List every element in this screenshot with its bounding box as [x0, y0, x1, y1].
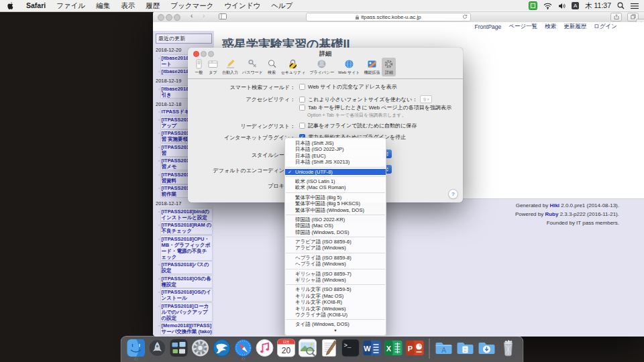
- encoding-menu-item[interactable]: 繁体字中国語 (Big 5 HKSCS): [285, 200, 386, 206]
- pref-tab-Web サイト[interactable]: Web サイト: [336, 58, 362, 76]
- smart-search-checkbox-row[interactable]: Web サイトの完全なアドレスを表示: [299, 83, 396, 90]
- itunes-icon[interactable]: [256, 339, 274, 357]
- encoding-menu-item[interactable]: アラビア語 (Windows): [285, 245, 386, 251]
- encoding-menu-item[interactable]: 日本語 (EUC): [285, 153, 386, 159]
- sidebar-link[interactable]: [ITPASS2018]OSの各種設定: [161, 276, 212, 288]
- checkbox[interactable]: [299, 105, 305, 111]
- sidebar-link[interactable]: [Memo2018][ITPASS]サーバ交換作業 (tako): [161, 322, 212, 335]
- reload-icon[interactable]: [462, 14, 468, 19]
- menu-item-7[interactable]: ヘルプ: [266, 1, 298, 11]
- menu-item-4[interactable]: 履歴: [140, 1, 165, 11]
- wifi-icon[interactable]: [543, 3, 552, 9]
- encoding-menu-item[interactable]: アラビア語 (ISO 8859-6): [285, 239, 386, 245]
- checkbox[interactable]: [299, 123, 305, 129]
- encoding-menu-item[interactable]: ギリシャ語 (ISO 8859-7): [285, 271, 386, 277]
- pref-tab-一般[interactable]: 一般: [192, 58, 206, 76]
- menu-item-5[interactable]: ブックマーク: [165, 1, 219, 11]
- close-button[interactable]: [158, 14, 164, 21]
- encoding-menu-item[interactable]: 繁体字中国語 (Windows, DOS): [285, 207, 386, 213]
- green-app-icon[interactable]: [529, 1, 537, 10]
- powerpoint-icon[interactable]: P: [406, 339, 425, 357]
- calendar-icon[interactable]: 12月20: [277, 339, 296, 357]
- page-nav-link[interactable]: ログイン: [594, 23, 617, 31]
- pref-tab-タブ[interactable]: タブ: [206, 58, 220, 76]
- volume-icon[interactable]: [558, 3, 566, 9]
- word-icon[interactable]: W: [363, 339, 382, 357]
- input-source-icon[interactable]: A: [572, 2, 579, 9]
- excel-icon[interactable]: X: [384, 339, 403, 357]
- pref-tab-詳細[interactable]: 詳細: [382, 58, 396, 76]
- accessibility-tab-row[interactable]: Tab キーを押したときに Web ページ上の各項目を強調表示: [299, 104, 451, 111]
- footer-link[interactable]: Hiki: [549, 202, 559, 208]
- font-size-select[interactable]: 9▾: [420, 95, 432, 103]
- pref-tab-機能拡張[interactable]: 機能拡張: [362, 58, 382, 76]
- scroll-down-icon[interactable]: ▼: [285, 328, 386, 333]
- checkbox[interactable]: [299, 84, 305, 90]
- pref-tab-検索[interactable]: 検索: [265, 58, 279, 76]
- help-button[interactable]: ?: [448, 189, 458, 199]
- forward-icon[interactable]: ›: [203, 12, 205, 20]
- sidebar-link[interactable]: [ITPASS2018]CPU・MB・グラフィックボード・電源の不良チェック: [161, 236, 212, 260]
- menubar-clock[interactable]: 木 11:37: [585, 1, 611, 11]
- finder-icon[interactable]: [127, 339, 146, 357]
- sidebar-icon[interactable]: [219, 13, 227, 19]
- preview-icon[interactable]: [299, 339, 317, 357]
- encoding-menu-item[interactable]: 日本語 (ISO 2022-JP): [285, 146, 386, 152]
- encoding-menu-item[interactable]: ✓Unicode (UTF-8): [285, 169, 386, 175]
- thunderbird-icon[interactable]: [213, 339, 231, 357]
- applications-folder-icon[interactable]: A: [435, 339, 453, 357]
- sidebar-link[interactable]: [ITPASS2018]ローカルでのバックアップの設定: [161, 303, 212, 321]
- safari-icon[interactable]: [234, 339, 253, 357]
- documents-folder-icon[interactable]: [456, 339, 475, 357]
- page-nav-link[interactable]: FrontPage: [475, 23, 502, 30]
- trash-icon[interactable]: [499, 339, 518, 357]
- encoding-menu-item[interactable]: タイ語 (Windows, DOS): [285, 321, 386, 327]
- encoding-menu-item[interactable]: キリル文字 (Windows): [285, 306, 386, 312]
- page-nav-link[interactable]: 検索: [545, 23, 556, 31]
- encoding-menu-item[interactable]: 繁体字中国語 (Big 5): [285, 194, 386, 200]
- sidebar-link[interactable]: [ITPASS2018]バスの設定: [161, 261, 212, 274]
- reading-list-checkbox-row[interactable]: 記事をオフラインで読むために自動的に保存: [299, 122, 417, 129]
- sidebar-link[interactable]: [ITPASS2018]OSのインストール: [161, 289, 212, 301]
- downloads-folder-icon[interactable]: [478, 339, 496, 357]
- terminal-icon[interactable]: >_: [341, 339, 360, 357]
- sidebar-link[interactable]: [ITPASS2018]bindのインストールと設定: [161, 208, 212, 221]
- page-nav-link[interactable]: ページ一覧: [508, 23, 537, 31]
- notification-center-icon[interactable]: [631, 3, 639, 9]
- encoding-menu-item[interactable]: 日本語 (Shift JIS): [285, 140, 386, 146]
- footer-link[interactable]: Ruby: [545, 211, 558, 217]
- menu-item-1[interactable]: ファイル: [51, 1, 91, 11]
- encoding-menu-item[interactable]: ヘブライ語 (ISO 8859-8): [285, 255, 386, 261]
- menu-item-6[interactable]: ウインドウ: [219, 1, 266, 11]
- encoding-menu-item[interactable]: ギリシャ語 (Windows): [285, 277, 386, 283]
- encoding-menu-item[interactable]: ウクライナ語 (KOI8-U): [285, 312, 386, 318]
- encoding-menu-item[interactable]: 欧米 (ISO Latin 1): [285, 178, 386, 184]
- textedit-icon[interactable]: [320, 339, 339, 357]
- pref-tab-プライバシー[interactable]: プライバシー: [307, 58, 336, 76]
- encoding-menu-item[interactable]: 韓国語 (Windows, DOS): [285, 229, 386, 235]
- minimize-button[interactable]: [166, 14, 172, 21]
- apple-menu-icon[interactable]: [7, 1, 14, 10]
- encoding-menu-item[interactable]: 韓国語 (Mac OS): [285, 223, 386, 229]
- encoding-menu-item[interactable]: 韓国語 (ISO 2022-KR): [285, 217, 386, 223]
- pref-tab-セキュリティ[interactable]: セキュリティ: [279, 58, 308, 76]
- page-nav-link[interactable]: 更新履歴: [564, 23, 586, 31]
- menu-app-safari[interactable]: Safari: [21, 1, 51, 11]
- share-icon[interactable]: [610, 13, 622, 21]
- encoding-menu-item[interactable]: 欧米 (Mac OS Roman): [285, 184, 386, 190]
- encoding-menu-item[interactable]: キリル文字 (ISO 8859-5): [285, 286, 386, 292]
- encoding-menu-item[interactable]: ヘブライ語 (Windows): [285, 261, 386, 267]
- menu-item-3[interactable]: 表示: [115, 1, 140, 11]
- pref-tab-パスワード[interactable]: パスワード: [240, 58, 265, 76]
- spotlight-icon[interactable]: [617, 2, 625, 9]
- accessibility-fontsize-row[interactable]: これより小さいフォントサイズを使わない： 9▾: [299, 95, 432, 103]
- back-icon[interactable]: ‹: [191, 12, 193, 20]
- checkbox[interactable]: [299, 97, 305, 103]
- url-field[interactable]: itpass.scitec.kobe-u.ac.jp: [306, 13, 471, 22]
- system-preferences-icon[interactable]: [191, 339, 210, 357]
- zoom-button[interactable]: [174, 14, 180, 21]
- encoding-menu-item[interactable]: 日本語 (Shift JIS X0213): [285, 159, 386, 165]
- pref-tab-自動入力[interactable]: 自動入力: [220, 58, 240, 76]
- sidebar-link[interactable]: [ITPASS2018]RAM の不良チェック: [161, 222, 212, 234]
- encoding-menu-item[interactable]: キリル文字 (KOI8-R): [285, 299, 386, 305]
